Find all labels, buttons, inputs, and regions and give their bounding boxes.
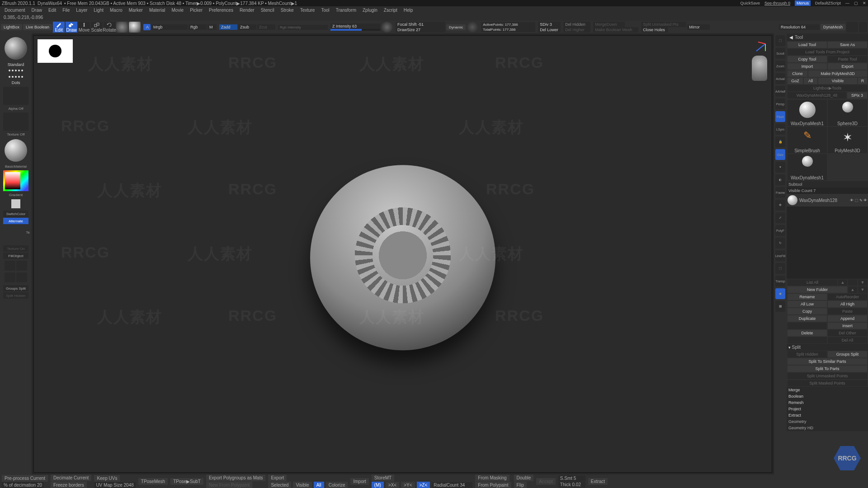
mz-button[interactable]: >Z< [417,482,430,488]
flip-button[interactable]: Flip [514,482,527,488]
rgb-button[interactable]: Rgb [189,24,207,30]
menus-toggle[interactable]: Menus [795,0,811,6]
menu-item[interactable]: Zscript [381,8,400,13]
brush-depth-icon[interactable] [381,22,393,33]
aahalf-button[interactable]: AAHalf [775,86,785,97]
arrow-down-icon[interactable]: ▼ [858,279,867,286]
make-polymesh-button[interactable]: Make PolyMesh3D [808,70,867,77]
subtool-header[interactable]: Subtool [787,181,868,188]
texture-slot[interactable] [3,113,28,131]
save-as-button[interactable]: Save As [828,42,867,48]
remesh-section[interactable]: Remesh [787,399,868,406]
alternate-button[interactable]: Alternate [3,218,28,224]
merge-section[interactable]: Merge [787,387,868,393]
del-hidden-button[interactable]: Del Hidden [563,22,590,27]
subtool-list[interactable] [787,206,868,279]
delall-button[interactable]: Del All [828,337,867,343]
delother-button[interactable]: Del Other [828,330,867,336]
del-lower-button[interactable]: Del Lower [538,27,561,33]
solo-icon[interactable]: ◐ [775,174,785,185]
edit-mode-button[interactable]: Edit [53,22,65,33]
linefill-button[interactable]: LineFill [775,250,785,261]
insert-button[interactable]: Insert [828,323,867,329]
close-holes-button[interactable]: Close Holes [641,27,668,33]
groupssplit-button[interactable]: Groups Split [3,285,28,291]
menu-item[interactable]: Marker [126,8,146,13]
zadd-button[interactable]: Zadd [219,24,237,30]
menu-item[interactable]: Movie [169,8,186,13]
ssmt-slider[interactable]: S.Smt 5 [558,475,585,481]
panel-collapse-icon[interactable] [859,22,867,33]
menu-item[interactable]: Edit [46,8,59,13]
dynamic-button[interactable]: Dynamic [446,24,466,30]
preprocess-button[interactable]: Pre-process Current [2,475,48,482]
quicksave-button[interactable]: QuickSave [740,1,760,5]
grid-icon[interactable]: ▦ [775,301,785,312]
extract-button[interactable]: Extract [588,478,608,485]
scale-nav-icon[interactable]: ⤢ [775,212,785,223]
keepuv-button[interactable]: Keep UVs [94,475,120,482]
menu-item[interactable]: Zplugin [360,8,380,13]
split-section[interactable]: ▾ Split [787,344,868,351]
lightbox-button[interactable]: LightBox [1,24,22,30]
geometryhd-header[interactable]: Geometry HD [787,425,868,431]
move-mode-button[interactable]: Move [78,22,90,33]
sculptris-icon[interactable] [116,22,128,33]
transp-button[interactable]: Transp [775,276,785,286]
subtool-item[interactable]: WaxDynaMesh128 👁 ⬚ ✎ 👁 [787,194,868,206]
pct-decimation-slider[interactable]: % of decimation 20 [2,482,44,488]
list-all-button[interactable]: List All [788,279,837,286]
frompolypaint-button[interactable]: From Polypaint [475,482,511,488]
geometry-header[interactable]: Geometry [787,418,868,425]
arrow-up-icon[interactable]: ▲ [838,279,847,286]
all-button[interactable]: All [314,482,324,488]
storemt-button[interactable]: StoreMT [372,474,394,481]
dynamesh-icon[interactable] [846,22,858,33]
zcut-button[interactable]: Zcut [257,24,275,30]
menu-item[interactable]: Macro [107,8,125,13]
split-unmasked-button[interactable]: Split Unmasked Pts [641,22,686,27]
rgb-intensity-slider[interactable]: Rgb Intensity [278,25,328,30]
load-project-button[interactable]: Load Tools From Project [788,49,867,55]
split-parts-button[interactable]: Split To Parts [788,366,867,372]
menu-item[interactable]: Tool [318,8,332,13]
liveboolean-button[interactable]: Live Boolean [23,24,52,30]
alllow-button[interactable]: All Low [788,301,827,307]
groups-split-button[interactable]: Groups Split [828,351,867,357]
goz-all-button[interactable]: All [804,78,817,84]
load-tool-button[interactable]: Load Tool [788,42,827,48]
radcount-slider[interactable]: RadialCount 34 [432,482,472,488]
accept-button[interactable]: Accept [536,478,556,485]
menu-item[interactable]: Light [91,8,106,13]
stroke-icon[interactable] [9,70,23,71]
duplicate-button[interactable]: Duplicate [788,315,827,322]
copy-subtool-button[interactable]: Copy [788,308,827,314]
goz-button[interactable]: GoZ [788,78,803,84]
autoreorder-button[interactable]: AutoReorder [828,294,867,300]
my-button[interactable]: >Y< [401,482,415,488]
mirror-button[interactable]: Mirror [687,24,710,30]
window-min-icon[interactable]: — [845,1,849,5]
boolean-section[interactable]: Boolean [787,393,868,399]
camera-reference-icon[interactable] [752,56,767,81]
gizmo-button[interactable]: Gizz [775,149,785,160]
alpha-slot[interactable] [3,87,28,105]
current-tool-name[interactable]: WaxDynaMesh128_48 [788,92,846,99]
uvmap-slider[interactable]: UV Map Size 2048 [94,482,135,488]
freeze-borders-button[interactable]: Freeze borders [51,482,87,488]
window-max-icon[interactable]: ▢ [854,1,858,5]
delete-button[interactable]: Delete [788,330,827,336]
menu-item[interactable]: Render [237,8,257,13]
colorize-button[interactable]: Colorize [326,482,348,488]
append-button[interactable]: Append [828,315,867,322]
menu-item[interactable]: Stencil [258,8,277,13]
mx-button[interactable]: >X< [386,482,399,488]
material-thumbnail[interactable] [5,139,27,162]
menu-item[interactable]: Transform [333,8,359,13]
clone-button[interactable]: Clone [788,70,807,77]
menu-item[interactable]: Help [401,8,416,13]
mt-button[interactable]: (M) [372,482,384,488]
transp-prep-icon[interactable]: ⬚ [775,263,785,274]
default-zscript[interactable]: DefaultZScript [815,1,841,5]
mrgb-button[interactable]: Mrgb [151,24,188,30]
